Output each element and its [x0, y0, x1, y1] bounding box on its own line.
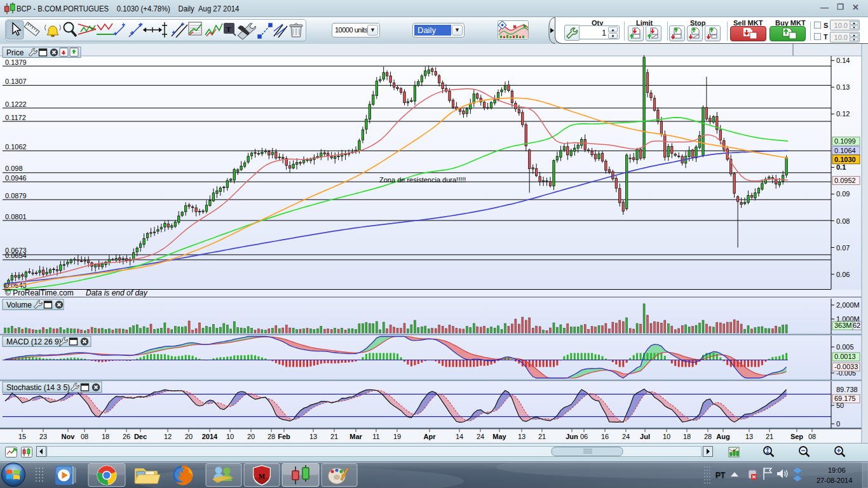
- svg-text:18: 18: [683, 433, 691, 440]
- svg-text:23: 23: [39, 433, 47, 440]
- svg-text:26: 26: [123, 433, 130, 440]
- svg-text:11: 11: [372, 433, 379, 440]
- svg-text:0.1099: 0.1099: [834, 137, 856, 145]
- svg-text:21: 21: [766, 433, 773, 440]
- svg-text:0.1: 0.1: [836, 163, 846, 171]
- svg-text:0.0952: 0.0952: [834, 177, 856, 184]
- svg-text:10: 10: [663, 433, 670, 440]
- svg-text:0: 0: [836, 420, 840, 428]
- svg-text:MACD (12 26 9): MACD (12 26 9): [6, 337, 62, 346]
- svg-text:Data is end of day: Data is end of day: [86, 288, 148, 297]
- svg-text:0.098: 0.098: [5, 165, 23, 172]
- svg-text:0.0946: 0.0946: [5, 174, 27, 182]
- svg-text:89.738: 89.738: [836, 386, 858, 393]
- svg-text:0.1064: 0.1064: [834, 147, 856, 154]
- svg-text:2014: 2014: [202, 433, 218, 440]
- svg-text:Feb: Feb: [278, 433, 290, 440]
- svg-text:21: 21: [538, 433, 546, 440]
- svg-text:Dec: Dec: [134, 433, 147, 440]
- svg-text:0.005: 0.005: [836, 343, 854, 351]
- svg-text:0.13: 0.13: [836, 83, 850, 91]
- svg-text:13: 13: [745, 433, 753, 440]
- svg-text:13: 13: [518, 433, 526, 440]
- svg-text:Zona de resistencia dura!!!!!: Zona de resistencia dura!!!!!: [379, 176, 466, 184]
- svg-text:Volume: Volume: [6, 301, 32, 309]
- svg-text:08: 08: [81, 433, 88, 440]
- svg-text:24: 24: [477, 433, 484, 440]
- svg-text:14: 14: [456, 433, 463, 440]
- svg-text:0.1307: 0.1307: [5, 78, 27, 85]
- svg-text:Nov: Nov: [62, 433, 76, 440]
- svg-text:Price: Price: [6, 48, 24, 57]
- svg-text:Sep: Sep: [790, 433, 803, 440]
- svg-text:19:06: 19:06: [828, 466, 846, 474]
- svg-text:2,000M: 2,000M: [836, 301, 860, 309]
- svg-text:18: 18: [102, 433, 109, 440]
- svg-text:27-08-2014: 27-08-2014: [817, 477, 852, 484]
- svg-text:0.14: 0.14: [836, 57, 850, 64]
- svg-text:15: 15: [18, 433, 26, 440]
- svg-text:0.1030: 0.1030: [834, 156, 856, 163]
- svg-text:06: 06: [580, 433, 588, 440]
- svg-text:10: 10: [226, 433, 234, 440]
- svg-text:62: 62: [853, 322, 860, 329]
- svg-text:Mar: Mar: [349, 433, 362, 440]
- svg-text:-0.0033: -0.0033: [834, 363, 858, 370]
- svg-text:0.0013: 0.0013: [834, 353, 856, 360]
- svg-text:24: 24: [622, 433, 630, 440]
- svg-text:363M: 363M: [834, 322, 852, 329]
- svg-text:0.1222: 0.1222: [5, 100, 27, 108]
- svg-text:0.0801: 0.0801: [5, 213, 27, 220]
- svg-text:Stochastic (14 3 5): Stochastic (14 3 5): [6, 383, 70, 392]
- svg-text:0.06: 0.06: [836, 271, 850, 278]
- svg-text:M: M: [259, 472, 266, 480]
- svg-text:0.09: 0.09: [836, 190, 850, 198]
- svg-text:0.1062: 0.1062: [5, 143, 27, 151]
- svg-text:0.0879: 0.0879: [5, 192, 27, 200]
- svg-text:0.1172: 0.1172: [5, 114, 26, 121]
- svg-text:20: 20: [247, 433, 255, 440]
- svg-text:16: 16: [601, 433, 609, 440]
- svg-text:13: 13: [309, 433, 317, 440]
- svg-text:0.07: 0.07: [836, 244, 850, 252]
- svg-text:Jul: Jul: [640, 433, 650, 440]
- svg-text:0.08: 0.08: [836, 217, 850, 225]
- svg-text:21: 21: [330, 433, 338, 440]
- svg-text:12: 12: [164, 433, 172, 440]
- svg-text:PT: PT: [715, 471, 726, 480]
- svg-text:28: 28: [704, 433, 712, 440]
- svg-text:0.0654: 0.0654: [5, 252, 27, 259]
- svg-text:19: 19: [393, 433, 401, 440]
- svg-text:T: T: [226, 25, 231, 33]
- svg-text:20: 20: [185, 433, 193, 440]
- svg-text:0.12: 0.12: [836, 110, 850, 118]
- svg-text:Aug: Aug: [716, 433, 729, 440]
- svg-text:© ProRealTime.com: © ProRealTime.com: [5, 288, 74, 297]
- svg-text:Apr: Apr: [424, 433, 437, 440]
- svg-text:Jun: Jun: [566, 433, 578, 440]
- svg-text:08: 08: [808, 433, 816, 440]
- svg-text:28: 28: [268, 433, 275, 440]
- svg-text:May: May: [492, 433, 506, 440]
- svg-text:50: 50: [836, 402, 844, 409]
- svg-text:0.1379: 0.1379: [5, 58, 27, 66]
